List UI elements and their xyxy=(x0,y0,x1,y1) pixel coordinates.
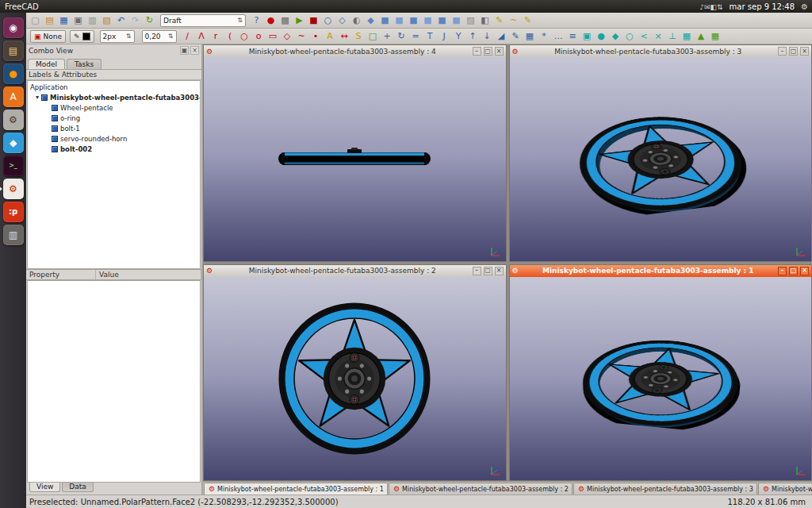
open-file-icon[interactable]: ▤ xyxy=(43,13,56,27)
viewport-front-view[interactable] xyxy=(204,277,506,481)
close-button[interactable]: × xyxy=(495,47,504,56)
texture-icon[interactable]: ▨ xyxy=(464,13,477,27)
window-tab-1[interactable]: ⚙ Miniskybot-wheel-pentacle-futaba3003-a… xyxy=(204,483,388,495)
minimize-button[interactable]: – xyxy=(778,267,787,275)
wheel-3d-model[interactable] xyxy=(561,334,744,434)
tab-model[interactable]: Model xyxy=(28,59,65,69)
bottom-view-icon[interactable]: ■ xyxy=(435,13,449,27)
float-panel-icon[interactable]: ▣ xyxy=(180,46,189,55)
maximize-button[interactable]: ▢ xyxy=(789,267,798,275)
tree-item-application[interactable]: Application xyxy=(28,82,200,92)
draft-trimex-icon[interactable]: T xyxy=(423,29,437,43)
close-button[interactable]: × xyxy=(800,47,809,56)
snap-midpoint-icon[interactable]: ◆ xyxy=(609,29,622,43)
workbench-selector[interactable]: Draft ⇅ xyxy=(160,14,246,27)
snap-intersection-icon[interactable]: × xyxy=(652,29,665,43)
draft-dimension-icon[interactable]: ↔ xyxy=(338,29,351,43)
undo-icon[interactable]: ↶ xyxy=(114,13,128,27)
snap-working-plane-icon[interactable]: ▲ xyxy=(695,29,708,43)
clipping-icon[interactable]: ◧ xyxy=(478,13,492,27)
line-color-button[interactable]: ✎ xyxy=(70,30,94,43)
draft-rotate-icon[interactable]: ↻ xyxy=(395,29,408,43)
macro-run-icon[interactable]: ▶ xyxy=(293,13,306,27)
draft-move-icon[interactable]: + xyxy=(381,29,394,43)
wheel-front-model[interactable] xyxy=(277,301,432,456)
snap-lock-icon[interactable]: ▣ xyxy=(580,29,594,43)
session-menu-icon[interactable]: ⚙ xyxy=(801,2,808,11)
draft-shapestring-icon[interactable]: S xyxy=(352,29,366,43)
right-view-icon[interactable]: ■ xyxy=(407,13,420,27)
draft-polygon-icon[interactable]: ◇ xyxy=(281,29,294,43)
launcher-files[interactable]: ▤ xyxy=(3,40,24,61)
window-tab-2[interactable]: ⚙ Miniskybot-wheel-pentacle-futaba3003-a… xyxy=(389,483,573,495)
viewport-side-view[interactable] xyxy=(204,57,506,261)
close-tab-icon[interactable]: × xyxy=(756,485,757,493)
redo-icon[interactable]: ↷ xyxy=(128,13,142,27)
draft-ellipse-icon[interactable]: o xyxy=(252,29,266,43)
launcher-software-center[interactable]: ◆ xyxy=(3,133,24,153)
draft-downgrade-icon[interactable]: ↓ xyxy=(481,29,494,43)
draft-clone-icon[interactable]: ≡ xyxy=(566,29,580,43)
tree-item-assembly[interactable]: ▾ Miniskybot-wheel-pentacle-futaba3003-a… xyxy=(28,92,200,102)
line-width-select[interactable]: 2px ⇅ xyxy=(100,30,135,43)
draft-bspline-icon[interactable]: ~ xyxy=(295,29,308,43)
scale-spinbox[interactable]: 0,20 ⇅ xyxy=(142,30,177,43)
snap-center-icon[interactable]: ○ xyxy=(623,29,637,43)
tab-tasks[interactable]: Tasks xyxy=(67,59,102,69)
tree-item-wheel-pentacle[interactable]: Wheel-pentacle xyxy=(28,102,200,113)
tab-view[interactable]: View xyxy=(29,483,60,492)
draft-scale-icon[interactable]: ◢ xyxy=(495,29,508,43)
minimize-button[interactable]: – xyxy=(473,47,481,56)
draft-fillet-icon[interactable]: r xyxy=(209,29,223,43)
launcher-app-p[interactable]: :p xyxy=(3,202,24,222)
snap-angle-icon[interactable]: < xyxy=(638,29,651,43)
tree-item-servo-rounded-horn[interactable]: servo-rounded-horn xyxy=(28,133,200,144)
draft-split-icon[interactable]: Y xyxy=(452,29,465,43)
tree-item-bolt-1[interactable]: bolt-1 xyxy=(28,123,200,133)
mail-icon[interactable]: ✉ xyxy=(704,3,710,11)
launcher-system-settings[interactable]: ⚙ xyxy=(3,110,24,130)
zoom-icon[interactable]: ○ xyxy=(321,13,335,27)
maximize-button[interactable]: ▢ xyxy=(484,47,492,56)
draft-join-icon[interactable]: J xyxy=(438,29,451,43)
launcher-app-a[interactable]: A xyxy=(3,87,24,107)
launcher-firefox[interactable]: ● xyxy=(3,64,24,84)
property-table-body[interactable] xyxy=(27,280,201,483)
wheel-side-view-model[interactable] xyxy=(271,140,438,177)
draft-line-icon[interactable]: / xyxy=(181,29,194,43)
launcher-terminal[interactable]: >_ xyxy=(3,156,24,176)
draft-pencil-icon[interactable]: ✎ xyxy=(521,13,534,27)
close-button[interactable]: × xyxy=(800,267,809,275)
viewport-perspective-view-active[interactable] xyxy=(510,277,812,481)
battery-icon[interactable]: ◧ xyxy=(710,3,718,11)
window-titlebar[interactable]: ⚙ Miniskybot-wheel-pentacle-futaba3003-a… xyxy=(204,265,506,277)
draft-path-array-icon[interactable]: … xyxy=(552,29,565,43)
launcher-dash-home[interactable]: ◉ xyxy=(3,17,24,38)
axonometric-view-icon[interactable]: ◆ xyxy=(364,13,377,27)
macro-record-icon[interactable]: ● xyxy=(264,13,278,27)
tree-item-o-ring[interactable]: o-ring xyxy=(28,113,200,123)
toggle-grid-icon[interactable]: ▦ xyxy=(709,29,722,43)
draw-style-icon[interactable]: ◐ xyxy=(350,13,363,27)
viewport-perspective-view[interactable] xyxy=(510,57,812,261)
fit-all-icon[interactable]: ◇ xyxy=(335,13,349,27)
draft-upgrade-icon[interactable]: ↑ xyxy=(466,29,480,43)
macro-stop-icon[interactable]: ■ xyxy=(307,13,320,27)
window-titlebar[interactable]: ⚙ Miniskybot-wheel-pentacle-futaba3003-a… xyxy=(510,45,812,57)
new-file-icon[interactable]: ▢ xyxy=(29,13,42,27)
close-tab-icon[interactable]: × xyxy=(386,485,388,493)
snap-perpendicular-icon[interactable]: ⊥ xyxy=(666,29,680,43)
tab-data[interactable]: Data xyxy=(62,483,94,492)
rear-view-icon[interactable]: ■ xyxy=(421,13,435,27)
refresh-icon[interactable]: ↻ xyxy=(143,13,156,27)
whatsthis-icon[interactable]: ? xyxy=(250,13,263,27)
autogroup-button[interactable]: ▣ None xyxy=(30,30,66,43)
wheel-3d-model[interactable] xyxy=(571,110,766,222)
close-button[interactable]: × xyxy=(495,267,504,275)
print-icon[interactable]: ▣ xyxy=(71,13,85,27)
front-view-icon[interactable]: ■ xyxy=(378,13,392,27)
minimize-button[interactable]: – xyxy=(473,267,481,275)
window-titlebar[interactable]: ⚙ Miniskybot-wheel-pentacle-futaba3003-a… xyxy=(204,45,506,57)
left-view-icon[interactable]: ■ xyxy=(450,13,463,27)
window-tab-3[interactable]: ⚙ Miniskybot-wheel-pentacle-futaba3003-a… xyxy=(573,483,757,495)
